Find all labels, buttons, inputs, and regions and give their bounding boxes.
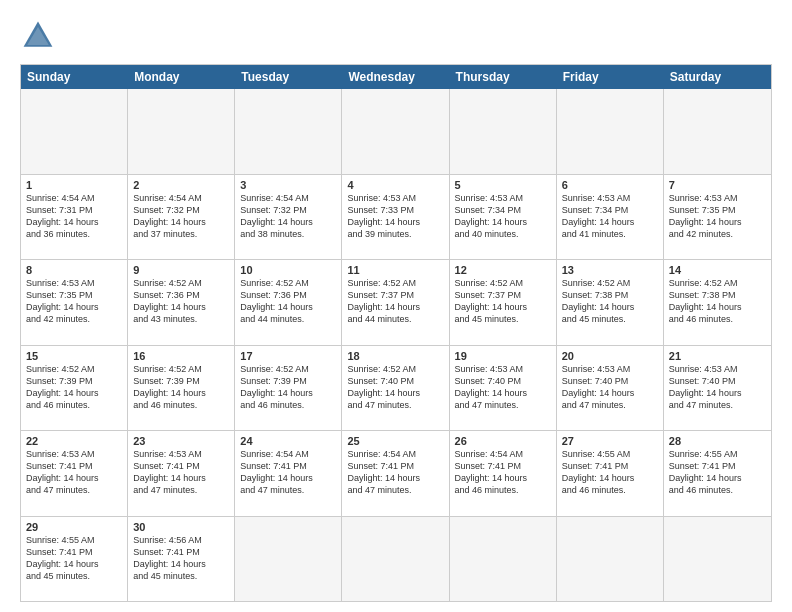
cell-sun-info: Sunrise: 4:52 AMSunset: 7:40 PMDaylight:… bbox=[347, 363, 443, 412]
cal-cell: 26Sunrise: 4:54 AMSunset: 7:41 PMDayligh… bbox=[450, 431, 557, 516]
cell-sun-info: Sunrise: 4:53 AMSunset: 7:35 PMDaylight:… bbox=[26, 277, 122, 326]
day-number: 1 bbox=[26, 179, 122, 191]
cell-sun-info: Sunrise: 4:54 AMSunset: 7:41 PMDaylight:… bbox=[455, 448, 551, 497]
day-number: 7 bbox=[669, 179, 766, 191]
day-number: 18 bbox=[347, 350, 443, 362]
cal-cell: 24Sunrise: 4:54 AMSunset: 7:41 PMDayligh… bbox=[235, 431, 342, 516]
day-number: 11 bbox=[347, 264, 443, 276]
cal-header-day: Saturday bbox=[664, 65, 771, 89]
day-number: 25 bbox=[347, 435, 443, 447]
day-number: 20 bbox=[562, 350, 658, 362]
day-number: 10 bbox=[240, 264, 336, 276]
cal-header-day: Sunday bbox=[21, 65, 128, 89]
cal-cell: 28Sunrise: 4:55 AMSunset: 7:41 PMDayligh… bbox=[664, 431, 771, 516]
cal-cell bbox=[664, 89, 771, 174]
day-number: 24 bbox=[240, 435, 336, 447]
day-number: 2 bbox=[133, 179, 229, 191]
cal-cell: 7Sunrise: 4:53 AMSunset: 7:35 PMDaylight… bbox=[664, 175, 771, 260]
cal-cell: 21Sunrise: 4:53 AMSunset: 7:40 PMDayligh… bbox=[664, 346, 771, 431]
day-number: 14 bbox=[669, 264, 766, 276]
cal-cell bbox=[342, 517, 449, 602]
cal-cell bbox=[128, 89, 235, 174]
day-number: 26 bbox=[455, 435, 551, 447]
day-number: 9 bbox=[133, 264, 229, 276]
day-number: 21 bbox=[669, 350, 766, 362]
cell-sun-info: Sunrise: 4:53 AMSunset: 7:41 PMDaylight:… bbox=[133, 448, 229, 497]
cell-sun-info: Sunrise: 4:53 AMSunset: 7:35 PMDaylight:… bbox=[669, 192, 766, 241]
cal-cell: 17Sunrise: 4:52 AMSunset: 7:39 PMDayligh… bbox=[235, 346, 342, 431]
day-number: 27 bbox=[562, 435, 658, 447]
day-number: 13 bbox=[562, 264, 658, 276]
cal-cell: 30Sunrise: 4:56 AMSunset: 7:41 PMDayligh… bbox=[128, 517, 235, 602]
calendar: SundayMondayTuesdayWednesdayThursdayFrid… bbox=[20, 64, 772, 602]
day-number: 15 bbox=[26, 350, 122, 362]
cell-sun-info: Sunrise: 4:52 AMSunset: 7:38 PMDaylight:… bbox=[669, 277, 766, 326]
calendar-header: SundayMondayTuesdayWednesdayThursdayFrid… bbox=[21, 65, 771, 89]
cal-cell: 25Sunrise: 4:54 AMSunset: 7:41 PMDayligh… bbox=[342, 431, 449, 516]
cal-cell: 8Sunrise: 4:53 AMSunset: 7:35 PMDaylight… bbox=[21, 260, 128, 345]
cell-sun-info: Sunrise: 4:53 AMSunset: 7:34 PMDaylight:… bbox=[562, 192, 658, 241]
cal-header-day: Wednesday bbox=[342, 65, 449, 89]
cal-cell bbox=[450, 89, 557, 174]
cal-week-row bbox=[21, 89, 771, 175]
day-number: 17 bbox=[240, 350, 336, 362]
cell-sun-info: Sunrise: 4:53 AMSunset: 7:40 PMDaylight:… bbox=[669, 363, 766, 412]
cal-header-day: Monday bbox=[128, 65, 235, 89]
cal-week-row: 22Sunrise: 4:53 AMSunset: 7:41 PMDayligh… bbox=[21, 431, 771, 517]
day-number: 6 bbox=[562, 179, 658, 191]
cell-sun-info: Sunrise: 4:52 AMSunset: 7:36 PMDaylight:… bbox=[133, 277, 229, 326]
cal-week-row: 15Sunrise: 4:52 AMSunset: 7:39 PMDayligh… bbox=[21, 346, 771, 432]
cal-cell: 15Sunrise: 4:52 AMSunset: 7:39 PMDayligh… bbox=[21, 346, 128, 431]
cal-cell: 12Sunrise: 4:52 AMSunset: 7:37 PMDayligh… bbox=[450, 260, 557, 345]
cal-cell: 1Sunrise: 4:54 AMSunset: 7:31 PMDaylight… bbox=[21, 175, 128, 260]
cal-cell bbox=[21, 89, 128, 174]
logo-icon bbox=[20, 18, 56, 54]
day-number: 28 bbox=[669, 435, 766, 447]
cal-cell: 13Sunrise: 4:52 AMSunset: 7:38 PMDayligh… bbox=[557, 260, 664, 345]
cal-cell: 10Sunrise: 4:52 AMSunset: 7:36 PMDayligh… bbox=[235, 260, 342, 345]
cal-cell: 5Sunrise: 4:53 AMSunset: 7:34 PMDaylight… bbox=[450, 175, 557, 260]
cell-sun-info: Sunrise: 4:54 AMSunset: 7:32 PMDaylight:… bbox=[133, 192, 229, 241]
cal-cell: 3Sunrise: 4:54 AMSunset: 7:32 PMDaylight… bbox=[235, 175, 342, 260]
cell-sun-info: Sunrise: 4:54 AMSunset: 7:41 PMDaylight:… bbox=[347, 448, 443, 497]
page: SundayMondayTuesdayWednesdayThursdayFrid… bbox=[0, 0, 792, 612]
day-number: 16 bbox=[133, 350, 229, 362]
cell-sun-info: Sunrise: 4:52 AMSunset: 7:37 PMDaylight:… bbox=[455, 277, 551, 326]
day-number: 23 bbox=[133, 435, 229, 447]
cell-sun-info: Sunrise: 4:55 AMSunset: 7:41 PMDaylight:… bbox=[26, 534, 122, 583]
cal-cell bbox=[235, 89, 342, 174]
cell-sun-info: Sunrise: 4:53 AMSunset: 7:41 PMDaylight:… bbox=[26, 448, 122, 497]
cal-cell: 6Sunrise: 4:53 AMSunset: 7:34 PMDaylight… bbox=[557, 175, 664, 260]
cell-sun-info: Sunrise: 4:53 AMSunset: 7:40 PMDaylight:… bbox=[455, 363, 551, 412]
cell-sun-info: Sunrise: 4:55 AMSunset: 7:41 PMDaylight:… bbox=[562, 448, 658, 497]
cal-cell: 19Sunrise: 4:53 AMSunset: 7:40 PMDayligh… bbox=[450, 346, 557, 431]
cal-cell: 2Sunrise: 4:54 AMSunset: 7:32 PMDaylight… bbox=[128, 175, 235, 260]
cell-sun-info: Sunrise: 4:54 AMSunset: 7:32 PMDaylight:… bbox=[240, 192, 336, 241]
cal-week-row: 8Sunrise: 4:53 AMSunset: 7:35 PMDaylight… bbox=[21, 260, 771, 346]
cal-cell bbox=[557, 517, 664, 602]
cal-cell: 23Sunrise: 4:53 AMSunset: 7:41 PMDayligh… bbox=[128, 431, 235, 516]
logo bbox=[20, 18, 60, 54]
cal-cell bbox=[557, 89, 664, 174]
day-number: 22 bbox=[26, 435, 122, 447]
cal-header-day: Tuesday bbox=[235, 65, 342, 89]
cal-cell: 4Sunrise: 4:53 AMSunset: 7:33 PMDaylight… bbox=[342, 175, 449, 260]
cal-cell: 9Sunrise: 4:52 AMSunset: 7:36 PMDaylight… bbox=[128, 260, 235, 345]
day-number: 19 bbox=[455, 350, 551, 362]
cell-sun-info: Sunrise: 4:53 AMSunset: 7:34 PMDaylight:… bbox=[455, 192, 551, 241]
cal-cell: 27Sunrise: 4:55 AMSunset: 7:41 PMDayligh… bbox=[557, 431, 664, 516]
cell-sun-info: Sunrise: 4:55 AMSunset: 7:41 PMDaylight:… bbox=[669, 448, 766, 497]
cell-sun-info: Sunrise: 4:52 AMSunset: 7:39 PMDaylight:… bbox=[240, 363, 336, 412]
header bbox=[20, 18, 772, 54]
cell-sun-info: Sunrise: 4:52 AMSunset: 7:39 PMDaylight:… bbox=[26, 363, 122, 412]
cal-cell bbox=[342, 89, 449, 174]
day-number: 3 bbox=[240, 179, 336, 191]
cal-cell: 29Sunrise: 4:55 AMSunset: 7:41 PMDayligh… bbox=[21, 517, 128, 602]
cell-sun-info: Sunrise: 4:52 AMSunset: 7:38 PMDaylight:… bbox=[562, 277, 658, 326]
day-number: 8 bbox=[26, 264, 122, 276]
cal-cell bbox=[450, 517, 557, 602]
cell-sun-info: Sunrise: 4:54 AMSunset: 7:41 PMDaylight:… bbox=[240, 448, 336, 497]
cell-sun-info: Sunrise: 4:56 AMSunset: 7:41 PMDaylight:… bbox=[133, 534, 229, 583]
cal-cell: 11Sunrise: 4:52 AMSunset: 7:37 PMDayligh… bbox=[342, 260, 449, 345]
day-number: 12 bbox=[455, 264, 551, 276]
